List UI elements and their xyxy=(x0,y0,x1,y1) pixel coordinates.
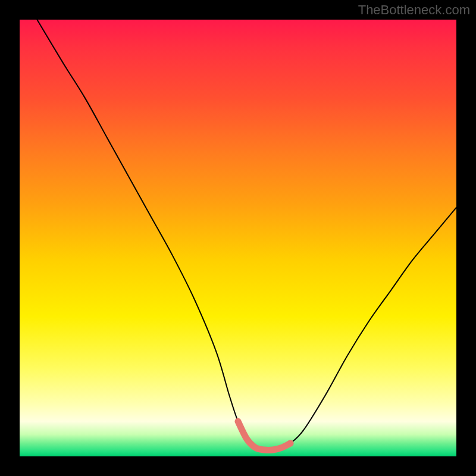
bottleneck-highlight-segment xyxy=(238,421,290,450)
chart-plot-area xyxy=(20,20,456,456)
bottleneck-curve-line xyxy=(37,20,456,450)
chart-svg xyxy=(20,20,456,456)
watermark-text: TheBottleneck.com xyxy=(358,2,470,18)
